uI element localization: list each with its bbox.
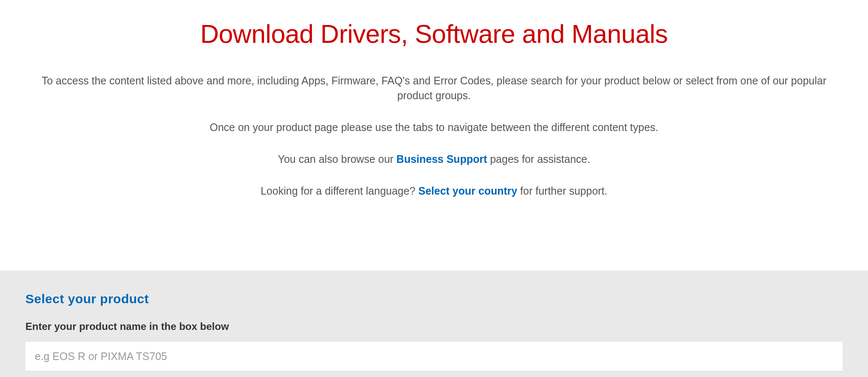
business-support-link[interactable]: Business Support [396,153,487,165]
select-country-link[interactable]: Select your country [418,185,517,197]
para3-prefix: You can also browse our [278,153,397,165]
enter-product-label: Enter your product name in the box below [25,321,843,332]
para4-prefix: Looking for a different language? [261,185,418,197]
product-search-section: Select your product Enter your product n… [0,271,868,377]
intro-paragraph-1: To access the content listed above and m… [25,73,843,103]
header-section: Download Drivers, Software and Manuals T… [0,0,868,271]
para3-suffix: pages for assistance. [487,153,590,165]
page-title: Download Drivers, Software and Manuals [25,19,843,49]
para4-suffix: for further support. [517,185,607,197]
intro-paragraph-3: You can also browse our Business Support… [25,152,843,167]
select-product-heading: Select your product [25,292,843,306]
product-search-input[interactable] [25,342,843,371]
intro-paragraph-4: Looking for a different language? Select… [25,184,843,198]
intro-paragraph-2: Once on your product page please use the… [25,120,843,135]
